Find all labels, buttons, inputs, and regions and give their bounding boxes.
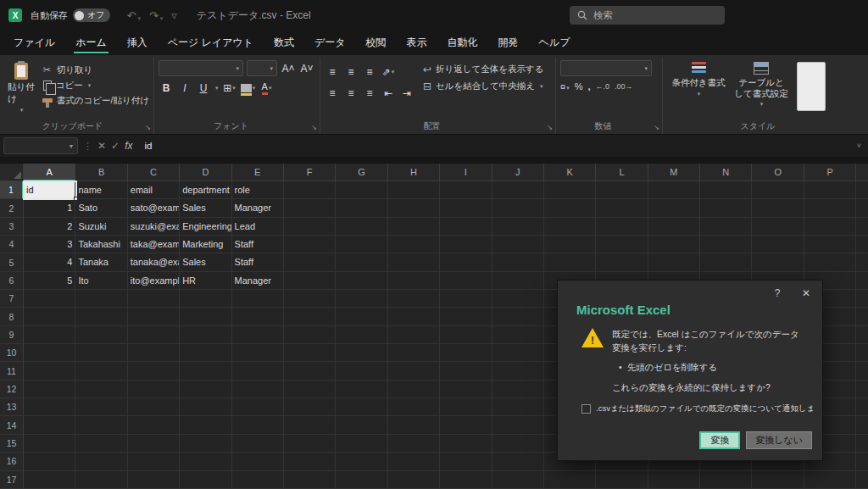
row-header-3[interactable]: 3 bbox=[0, 218, 24, 236]
row-header-17[interactable]: 17 bbox=[0, 471, 24, 489]
cell-J1[interactable] bbox=[492, 181, 544, 199]
cell-A12[interactable] bbox=[24, 381, 75, 398]
row-header-4[interactable]: 4 bbox=[0, 236, 24, 253]
cell-N5[interactable] bbox=[700, 253, 752, 271]
cell-O17[interactable] bbox=[752, 471, 804, 489]
cell-A17[interactable] bbox=[24, 471, 75, 489]
cell-O5[interactable] bbox=[752, 253, 804, 271]
cell-I15[interactable] bbox=[440, 435, 492, 453]
row-header-10[interactable]: 10 bbox=[0, 344, 24, 362]
cell-G7[interactable] bbox=[336, 290, 387, 308]
formula-input[interactable]: id bbox=[137, 137, 851, 154]
column-header-G[interactable]: G bbox=[336, 164, 387, 181]
cell-D16[interactable] bbox=[180, 453, 231, 470]
row-header-5[interactable]: 5 bbox=[0, 253, 24, 271]
cell-J9[interactable] bbox=[492, 326, 544, 344]
cell-I3[interactable] bbox=[440, 218, 492, 236]
column-header-H[interactable]: H bbox=[388, 164, 440, 181]
cell-F15[interactable] bbox=[284, 435, 336, 453]
align-left-icon[interactable]: ≡ bbox=[325, 85, 340, 101]
cell-E12[interactable] bbox=[232, 381, 284, 398]
column-header-O[interactable]: O bbox=[752, 164, 804, 181]
column-header-N[interactable]: N bbox=[700, 164, 752, 181]
insert-function-icon[interactable]: fx bbox=[125, 140, 132, 152]
row-header-11[interactable]: 11 bbox=[0, 362, 24, 380]
column-header-F[interactable]: F bbox=[284, 164, 336, 181]
cell-O2[interactable] bbox=[752, 199, 804, 217]
increase-decimal-icon[interactable]: ←.0 bbox=[595, 82, 609, 91]
cell-E8[interactable] bbox=[232, 308, 284, 325]
cell-K3[interactable] bbox=[544, 218, 596, 236]
cell-D11[interactable] bbox=[180, 362, 231, 380]
cell-G17[interactable] bbox=[336, 471, 387, 489]
paste-button[interactable]: 貼り付け ▾ bbox=[8, 60, 35, 120]
font-color-icon[interactable]: A▾ bbox=[259, 80, 275, 96]
accounting-format-icon[interactable]: ¤▾ bbox=[560, 81, 570, 92]
cell-E6[interactable]: Manager bbox=[232, 272, 284, 290]
cell-A7[interactable] bbox=[24, 290, 75, 308]
cell-H16[interactable] bbox=[388, 453, 440, 470]
cell-C15[interactable] bbox=[128, 435, 180, 453]
orientation-icon[interactable]: ⇗▾ bbox=[381, 64, 396, 80]
cell-N3[interactable] bbox=[700, 218, 752, 236]
cell-B3[interactable]: Suzuki bbox=[75, 218, 127, 236]
cell-F6[interactable] bbox=[284, 272, 336, 290]
cell-D1[interactable]: department bbox=[180, 181, 231, 199]
cell-F1[interactable] bbox=[284, 181, 336, 199]
cell-G8[interactable] bbox=[336, 308, 387, 325]
cell-F12[interactable] bbox=[284, 381, 336, 398]
cell-F7[interactable] bbox=[284, 290, 336, 308]
cell-D4[interactable]: Marketing bbox=[180, 236, 231, 253]
cell-J10[interactable] bbox=[492, 344, 544, 362]
dialog-help-button[interactable]: ? bbox=[768, 285, 787, 302]
cell-I5[interactable] bbox=[440, 253, 492, 271]
cell-N17[interactable] bbox=[700, 471, 752, 489]
format-painter-button[interactable]: 書式のコピー/貼り付け bbox=[42, 93, 149, 108]
decrease-font-icon[interactable]: A˅ bbox=[299, 60, 314, 76]
row-header-13[interactable]: 13 bbox=[0, 398, 24, 416]
row-header-9[interactable]: 9 bbox=[0, 326, 24, 344]
cell-J12[interactable] bbox=[492, 381, 544, 398]
tab-page-layout[interactable]: ページ レイアウト bbox=[158, 31, 264, 55]
cell-H4[interactable] bbox=[388, 236, 440, 253]
cell-B5[interactable]: Tanaka bbox=[75, 253, 127, 271]
dont-convert-button[interactable]: 変換しない bbox=[746, 431, 812, 449]
cell-I10[interactable] bbox=[440, 344, 492, 362]
autosave-toggle[interactable]: オフ bbox=[73, 8, 110, 22]
decrease-indent-icon[interactable]: ⇤ bbox=[381, 85, 396, 101]
enter-icon[interactable]: ✓ bbox=[111, 140, 120, 152]
cell-E1[interactable]: role bbox=[232, 181, 284, 199]
redo-button[interactable]: ↷▾ bbox=[149, 9, 163, 22]
cell-L3[interactable] bbox=[596, 218, 648, 236]
cell-H5[interactable] bbox=[388, 253, 440, 271]
cell-A9[interactable] bbox=[24, 326, 75, 344]
cell-P3[interactable] bbox=[804, 218, 856, 236]
convert-button[interactable]: 変換 bbox=[699, 431, 740, 449]
cell-B2[interactable]: Sato bbox=[75, 199, 127, 217]
cell-G10[interactable] bbox=[336, 344, 387, 362]
cell-D7[interactable] bbox=[180, 290, 231, 308]
cell-J16[interactable] bbox=[492, 453, 544, 470]
cut-button[interactable]: ✂ 切り取り bbox=[42, 63, 149, 77]
cell-P2[interactable] bbox=[804, 199, 856, 217]
cell-J14[interactable] bbox=[492, 416, 544, 434]
dont-notify-checkbox-row[interactable]: .csvまたは類似のファイルでの既定の変換について通知しません。 bbox=[581, 403, 814, 414]
cell-E2[interactable]: Manager bbox=[232, 199, 284, 217]
wrap-text-button[interactable]: ↩ 折り返して全体を表示する bbox=[423, 64, 544, 75]
borders-icon[interactable]: ⊞▾ bbox=[222, 80, 237, 96]
decrease-decimal-icon[interactable]: .00→ bbox=[615, 82, 633, 91]
cell-C17[interactable] bbox=[128, 471, 180, 489]
cell-K17[interactable] bbox=[544, 471, 596, 489]
cell-E4[interactable]: Staff bbox=[232, 236, 284, 253]
cell-B13[interactable] bbox=[75, 398, 127, 416]
row-header-2[interactable]: 2 bbox=[0, 199, 24, 217]
clipboard-dialog-launcher-icon[interactable]: ↘ bbox=[145, 124, 151, 131]
cell-M4[interactable] bbox=[648, 236, 700, 253]
cell-G5[interactable] bbox=[336, 253, 387, 271]
dont-notify-checkbox[interactable] bbox=[581, 404, 591, 414]
format-as-table-button[interactable]: テーブルとして書式設定 ▾ bbox=[734, 60, 788, 120]
row-header-8[interactable]: 8 bbox=[0, 308, 24, 325]
cell-G15[interactable] bbox=[336, 435, 387, 453]
customize-quick-access-icon[interactable]: ▿ bbox=[171, 9, 177, 22]
cell-H3[interactable] bbox=[388, 218, 440, 236]
